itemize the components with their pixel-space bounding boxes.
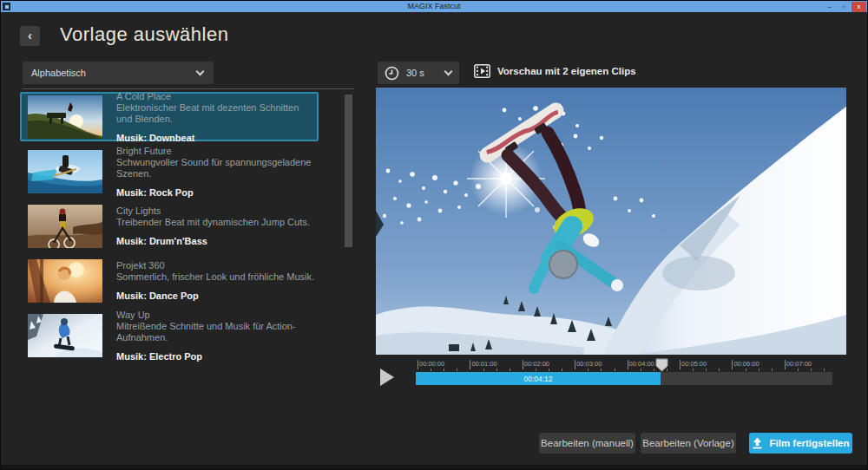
template-item-city-lights[interactable]: City Lights Treibender Beat mit dynamisc… xyxy=(20,201,319,251)
thumbnail-projekt-360-art xyxy=(28,259,102,303)
finish-film-button[interactable]: Film fertigstellen xyxy=(749,433,852,454)
template-music: Musik: Downbeat xyxy=(116,133,317,143)
edit-template-label: Bearbeiten (Vorlage) xyxy=(642,438,733,448)
minimize-button[interactable]: – xyxy=(822,2,837,12)
snowboarder-frame xyxy=(376,88,846,355)
duration-value: 30 s xyxy=(406,68,424,78)
template-music: Musik: Rock Pop xyxy=(116,187,317,198)
template-title: Projekt 360 xyxy=(116,260,314,271)
thumbnail-way-up-art xyxy=(28,314,102,357)
template-thumbnail xyxy=(28,259,102,303)
template-music: Musik: Electro Pop xyxy=(116,351,317,362)
preview-clips-text: Vorschau mit 2 eigenen Clips xyxy=(497,66,636,76)
current-time-label: 00:04:12 xyxy=(523,375,552,383)
close-button[interactable]: x xyxy=(852,2,866,12)
template-description: Sommerlich, frischer Look und fröhliche … xyxy=(116,271,314,283)
window-bottom-edge xyxy=(1,465,867,469)
thumbnail-city-lights-art xyxy=(28,205,102,248)
finish-film-label: Film fertigstellen xyxy=(769,438,849,448)
upload-icon xyxy=(752,437,763,449)
template-list-scrollbar[interactable] xyxy=(345,92,352,362)
clock-icon xyxy=(385,66,399,81)
template-title: City Lights xyxy=(116,206,310,217)
template-thumbnail xyxy=(28,95,102,139)
maximize-button[interactable]: ▫ xyxy=(837,2,852,12)
template-thumbnail xyxy=(28,205,102,248)
template-title: Bright Future xyxy=(116,146,317,157)
template-music: Musik: Drum'n'Bass xyxy=(116,236,310,246)
video-preview[interactable] xyxy=(376,88,846,355)
template-item-projekt-360[interactable]: Projekt 360 Sommerlich, frischer Look un… xyxy=(20,256,319,305)
filmstrip-play-icon xyxy=(474,64,490,78)
timeline-progress[interactable]: 00:04:12 xyxy=(416,372,832,385)
template-thumbnail xyxy=(28,150,102,193)
template-description: Mitreißende Schnitte und Musik für Actio… xyxy=(116,321,317,343)
chevron-down-icon xyxy=(444,68,453,76)
thumbnail-bright-future-art xyxy=(28,150,102,193)
chevron-down-icon xyxy=(196,68,205,76)
playhead-marker[interactable] xyxy=(655,358,668,372)
scrollbar-thumb[interactable] xyxy=(345,95,352,247)
edit-manual-label: Bearbeiten (manuell) xyxy=(541,438,634,448)
timeline-ruler[interactable]: 00:00:0000:01:0000:02:0000:03:0000:04:00… xyxy=(416,360,832,371)
template-item-way-up[interactable]: Way Up Mitreißende Schnitte und Musik fü… xyxy=(20,310,319,360)
list-separator xyxy=(23,88,354,89)
template-description: Treibender Beat mit dynamischen Jump Cut… xyxy=(116,217,310,228)
template-title: A Cold Place xyxy=(116,91,317,102)
sort-dropdown[interactable]: Alphabetisch xyxy=(23,62,214,84)
titlebar: MAGIX Fastcut – ▫ x xyxy=(1,1,867,12)
template-item-a-cold-place[interactable]: A Cold Place Elektronischer Beat mit dez… xyxy=(20,92,319,141)
template-description: Schwungvoller Sound für spannungsgeladen… xyxy=(116,157,317,180)
template-music: Musik: Dance Pop xyxy=(116,290,314,301)
page-title: Vorlage auswählen xyxy=(60,23,228,46)
preview-clips-label: Vorschau mit 2 eigenen Clips xyxy=(474,64,636,78)
template-item-bright-future[interactable]: Bright Future Schwungvoller Sound für sp… xyxy=(20,147,319,196)
template-title: Way Up xyxy=(116,310,317,321)
template-thumbnail xyxy=(28,314,102,357)
template-list: A Cold Place Elektronischer Beat mit dez… xyxy=(20,92,319,365)
thumbnail-cold-place-art xyxy=(28,95,102,139)
template-description: Elektronischer Beat mit dezenten Schnitt… xyxy=(116,102,317,125)
edit-manual-button[interactable]: Bearbeiten (manuell) xyxy=(539,433,635,454)
window-title: MAGIX Fastcut xyxy=(1,1,867,12)
back-button[interactable]: ‹ xyxy=(20,26,40,46)
duration-dropdown[interactable]: 30 s xyxy=(378,62,459,84)
back-icon: ‹ xyxy=(28,28,32,42)
edit-template-button[interactable]: Bearbeiten (Vorlage) xyxy=(641,433,736,454)
timeline-progress-fill: 00:04:12 xyxy=(416,372,661,385)
play-button[interactable] xyxy=(380,369,394,386)
sort-dropdown-value: Alphabetisch xyxy=(31,68,86,78)
